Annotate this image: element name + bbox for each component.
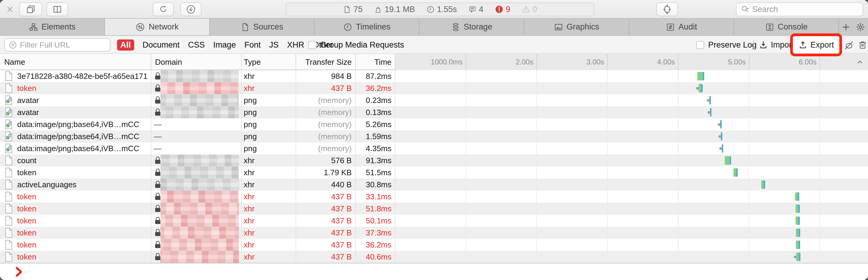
table-row[interactable]: tokenxhr437 B50.1ms bbox=[0, 215, 868, 227]
waterfall-collapse-button[interactable] bbox=[855, 58, 864, 67]
transfer-size: 576 B bbox=[296, 154, 352, 167]
request-time: 0.13ms bbox=[355, 106, 392, 118]
red-chevron-icon[interactable] bbox=[13, 266, 25, 278]
download-page-button[interactable] bbox=[180, 2, 202, 16]
stat-console-messages: 4 bbox=[468, 5, 484, 14]
filter-document[interactable]: Document bbox=[143, 40, 180, 50]
table-row[interactable]: tokenxhr437 B36.2ms bbox=[0, 82, 868, 94]
console-icon bbox=[765, 23, 774, 32]
timeline-tick bbox=[819, 54, 820, 70]
transfer-size: 437 B bbox=[296, 227, 352, 239]
table-row[interactable]: data:image/png;base64,iVB…mCC—png(memory… bbox=[0, 142, 868, 154]
timeline-tick bbox=[536, 54, 537, 70]
table-row[interactable]: activeLanguagesxhr440 B30.8ms bbox=[0, 179, 868, 190]
request-name: avatar bbox=[17, 96, 39, 105]
request-name-cell: token bbox=[4, 82, 148, 94]
table-row[interactable]: tokenxhr437 B51.8ms bbox=[0, 203, 868, 215]
waterfall-bar bbox=[796, 204, 800, 213]
table-row[interactable]: data:image/png;base64,iVB…mCC—png(memory… bbox=[0, 118, 868, 130]
gear-icon bbox=[856, 22, 865, 32]
error-octagon-icon bbox=[495, 5, 503, 13]
tab-label: Storage bbox=[464, 22, 493, 32]
filter-image[interactable]: Image bbox=[213, 40, 236, 50]
request-name-cell: data:image/png;base64,iVB…mCC bbox=[4, 118, 148, 130]
table-row[interactable]: tokenxhr437 B33.1ms bbox=[0, 190, 868, 203]
tab-audit[interactable]: Audit bbox=[629, 19, 734, 35]
tab-sources[interactable]: Sources bbox=[210, 19, 315, 35]
request-name: data:image/png;base64,iVB…mCC bbox=[17, 120, 140, 129]
table-row[interactable]: avatarpng(memory)0.23ms bbox=[0, 94, 868, 106]
request-time: 51.5ms bbox=[355, 167, 392, 179]
request-name-cell: data:image/png;base64,iVB…mCC bbox=[4, 130, 148, 142]
table-row[interactable]: 3e718228-a380-482e-be5f-a65ea171e…xhr984… bbox=[0, 70, 868, 82]
request-name-cell: token bbox=[4, 190, 148, 203]
stat-load-time: 1.55s bbox=[427, 5, 457, 14]
tab-timelines[interactable]: Timelines bbox=[315, 19, 420, 35]
filter-url-input[interactable]: Filter Full URL bbox=[4, 38, 111, 51]
settings-button[interactable] bbox=[853, 19, 868, 35]
inspector-tab-bar: ElementsNetworkSourcesTimelinesStorageGr… bbox=[0, 19, 868, 36]
filter-font[interactable]: Font bbox=[244, 40, 260, 50]
table-row[interactable]: avatarpng(memory)0.13ms bbox=[0, 106, 868, 118]
request-type: xhr bbox=[244, 251, 254, 263]
request-name: count bbox=[17, 156, 36, 165]
timeline-tick-label: 4.00s bbox=[624, 54, 675, 70]
tab-network[interactable]: Network bbox=[105, 19, 210, 35]
add-tab-button[interactable] bbox=[839, 19, 853, 35]
no-domain-dash: — bbox=[153, 130, 162, 142]
filter-css[interactable]: CSS bbox=[188, 40, 205, 50]
tab-elements[interactable]: Elements bbox=[0, 19, 105, 35]
clear-network-items-button[interactable] bbox=[858, 40, 867, 50]
element-inspect-button[interactable] bbox=[656, 2, 678, 16]
search-input[interactable]: Search bbox=[736, 2, 863, 16]
table-row[interactable]: countxhr576 B91.3ms bbox=[0, 154, 868, 167]
split-view-button[interactable] bbox=[46, 2, 68, 16]
stat-errors-value: 9 bbox=[506, 5, 510, 14]
plus-icon bbox=[841, 22, 851, 32]
document-file-icon bbox=[4, 252, 13, 262]
request-type: xhr bbox=[244, 227, 254, 239]
column-header-time[interactable]: Time bbox=[355, 54, 392, 70]
close-icon[interactable] bbox=[5, 5, 14, 14]
audit-icon bbox=[666, 23, 675, 32]
stat-load-time-value: 1.55s bbox=[437, 5, 457, 14]
request-name: token bbox=[17, 228, 36, 238]
tab-storage[interactable]: Storage bbox=[420, 19, 525, 35]
table-row[interactable]: tokenxhr437 B40.6ms bbox=[0, 251, 868, 263]
filter-placeholder: Filter Full URL bbox=[20, 40, 70, 50]
import-button[interactable]: Import bbox=[759, 36, 794, 54]
export-button[interactable]: Export bbox=[798, 40, 834, 50]
document-file-icon bbox=[4, 155, 13, 166]
transfer-size: 437 B bbox=[296, 190, 352, 203]
table-row[interactable]: tokenxhr1.79 KB51.5ms bbox=[0, 167, 868, 179]
filter-xhr[interactable]: XHR bbox=[287, 40, 304, 50]
filter-js[interactable]: JS bbox=[269, 40, 279, 50]
table-row[interactable]: tokenxhr437 B37.3ms bbox=[0, 227, 868, 239]
reload-icon bbox=[158, 4, 168, 14]
group-media-label: Group Media Requests bbox=[320, 40, 404, 50]
dock-to-window-button[interactable] bbox=[19, 2, 42, 16]
table-row[interactable]: data:image/png;base64,iVB…mCC—png(memory… bbox=[0, 130, 868, 142]
reload-page-button[interactable] bbox=[153, 2, 174, 16]
export-icon bbox=[798, 40, 807, 49]
group-media-checkbox[interactable] bbox=[308, 41, 316, 49]
column-header-domain[interactable]: Domain bbox=[155, 54, 182, 70]
column-header-name[interactable]: Name bbox=[4, 54, 25, 70]
tab-graphics[interactable]: Graphics bbox=[525, 19, 629, 35]
web-inspector-window: 75 19.1 MB 1.55s 4 9 0 Search ElementsNe… bbox=[0, 0, 868, 280]
request-time: 50.1ms bbox=[355, 215, 392, 227]
filter-all[interactable]: All bbox=[117, 39, 134, 50]
request-type: xhr bbox=[244, 203, 254, 215]
group-media-requests-option[interactable]: Group Media Requests bbox=[308, 36, 404, 54]
disable-resource-caching-button[interactable] bbox=[844, 40, 854, 50]
request-name-cell: avatar bbox=[4, 94, 148, 106]
column-header-type[interactable]: Type bbox=[244, 54, 260, 70]
import-icon bbox=[759, 40, 768, 49]
download-icon bbox=[186, 4, 196, 14]
waterfall-bar bbox=[796, 229, 800, 237]
tab-console[interactable]: Console bbox=[734, 19, 839, 35]
preserve-log-checkbox[interactable] bbox=[696, 41, 704, 49]
table-row[interactable]: tokenxhr437 B36.2ms bbox=[0, 239, 868, 251]
preserve-log-option[interactable]: Preserve Log bbox=[696, 36, 757, 54]
column-header-transfer-size[interactable]: Transfer Size bbox=[296, 54, 352, 70]
